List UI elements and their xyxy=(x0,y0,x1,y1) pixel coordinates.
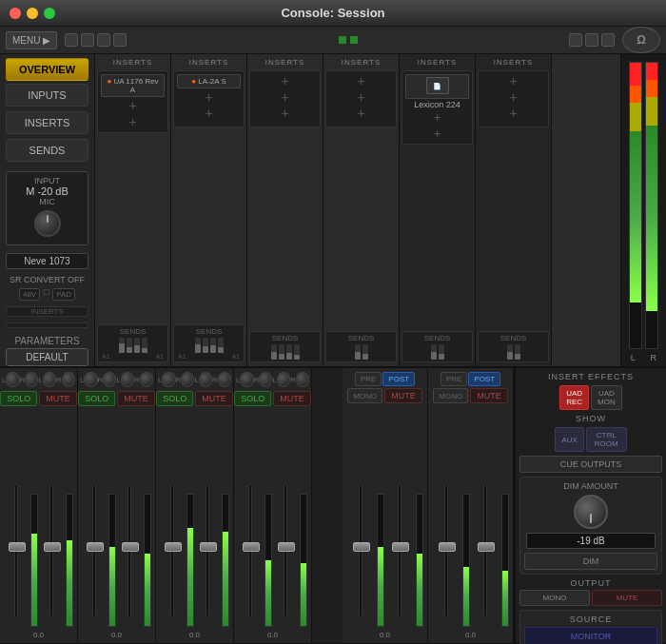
send-bar xyxy=(127,338,132,353)
pan-knob-4b[interactable] xyxy=(259,372,272,387)
pad-btn[interactable]: PAD xyxy=(52,288,75,301)
dim-value: -19 dB xyxy=(526,533,656,549)
level-meter-2b xyxy=(144,494,151,627)
fader-thumb-4b[interactable] xyxy=(278,542,295,552)
phantom-48v[interactable]: 48V xyxy=(19,288,40,301)
pan-knob-l2[interactable] xyxy=(43,372,56,387)
minimize-button[interactable] xyxy=(27,8,38,19)
aux-mute-btn-2[interactable]: MUTE xyxy=(470,388,508,403)
mute-btn-4[interactable]: MUTE xyxy=(273,391,311,406)
insert-plugin-2[interactable]: ● LA-2A S xyxy=(177,74,241,88)
sends-bars-2 xyxy=(176,338,242,353)
pan-knob-4d[interactable] xyxy=(296,372,309,387)
aux-fader-thumb-1a[interactable] xyxy=(353,542,370,552)
pan-knob-3c[interactable] xyxy=(199,372,212,387)
solo-btn-2[interactable]: SOLO xyxy=(78,391,115,406)
solo-btn-4[interactable]: SOLO xyxy=(234,391,271,406)
fader-thumb-2a[interactable] xyxy=(87,542,104,552)
fader-thumb-1b[interactable] xyxy=(44,542,61,552)
insert-plugin-1[interactable]: ● UA 1176 Rev A xyxy=(101,74,165,97)
uad-buttons: UADREC UADMON xyxy=(519,385,662,410)
insert-add-6[interactable]: + xyxy=(252,89,318,106)
toolbar-slot xyxy=(65,33,78,47)
post-btn-1[interactable]: POST xyxy=(382,372,415,386)
insert-add-10[interactable]: + xyxy=(328,106,394,122)
pan-knob-r2[interactable] xyxy=(62,372,75,387)
pan-knob-2d[interactable] xyxy=(140,372,153,387)
insert-add-5[interactable]: + xyxy=(252,73,318,89)
nav-inserts[interactable]: INSERTS xyxy=(6,111,88,134)
pan-knob-3a[interactable] xyxy=(162,372,175,387)
knob-row xyxy=(10,210,84,237)
pan-knob-l1[interactable] xyxy=(6,372,19,387)
aux-fader-thumb-1b[interactable] xyxy=(392,542,409,552)
insert-add-4[interactable]: + xyxy=(176,106,242,122)
pre-btn-1[interactable]: PRE xyxy=(355,372,382,386)
out-insert-add-4[interactable]: + xyxy=(480,89,546,106)
out-insert-add-2[interactable]: + xyxy=(404,126,470,142)
out-insert-add-5[interactable]: + xyxy=(480,106,546,122)
input-label: INPUT xyxy=(10,176,84,185)
uad-mon-btn[interactable]: UADMON xyxy=(591,385,622,410)
aux-fader-rail-1a xyxy=(359,484,362,617)
output-mute-btn[interactable]: MUTE xyxy=(592,590,662,606)
solo-btn-1[interactable]: SOLO xyxy=(0,391,37,406)
level-meter-1b xyxy=(66,494,73,627)
dim-btn[interactable]: DIM xyxy=(524,553,657,570)
out-insert-add-3[interactable]: + xyxy=(480,73,546,89)
pan-knob-4c[interactable] xyxy=(277,372,290,387)
output-mono-btn[interactable]: MONO xyxy=(519,590,590,606)
aux-fader-thumb-2a[interactable] xyxy=(439,542,456,552)
fader-thumb-1a[interactable] xyxy=(9,542,26,552)
mono-btn-1[interactable]: MONO xyxy=(347,388,382,403)
nav-inputs[interactable]: INPUTS xyxy=(6,84,88,107)
fader-thumb-2b[interactable] xyxy=(122,542,139,552)
insert-add-9[interactable]: + xyxy=(328,89,394,106)
send-bar xyxy=(195,338,201,353)
insert-add-7[interactable]: + xyxy=(252,106,318,122)
out-insert-add-1[interactable]: + xyxy=(404,109,470,126)
monitor-source-btn[interactable]: MONITOR xyxy=(524,627,657,644)
send-bar xyxy=(439,344,444,360)
cue-outputs-btn[interactable]: CUE OUTPUTS xyxy=(519,456,662,473)
mono-btn-2[interactable]: MONO xyxy=(433,388,468,403)
insert-add-8[interactable]: + xyxy=(328,73,394,89)
aux-show-btn[interactable]: AUX xyxy=(555,427,583,452)
pre-btn-2[interactable]: PRE xyxy=(441,372,467,386)
out-insert-plugin-1[interactable]: 📄 xyxy=(405,74,469,99)
close-button[interactable] xyxy=(10,8,21,19)
insert-add-3[interactable]: + xyxy=(176,89,242,106)
maximize-button[interactable] xyxy=(44,8,55,19)
pan-knob-2c[interactable] xyxy=(121,372,134,387)
input-gain-knob[interactable] xyxy=(34,210,61,237)
nav-sends[interactable]: SENDS xyxy=(6,139,88,162)
fader-thumb-3b[interactable] xyxy=(200,542,217,552)
pan-knob-2a[interactable] xyxy=(84,372,97,387)
pan-knob-3b[interactable] xyxy=(181,372,194,387)
aux-mute-btn-1[interactable]: MUTE xyxy=(384,388,422,403)
inserts-label-4: INSERTS xyxy=(325,58,397,67)
pan-knob-3d[interactable] xyxy=(218,372,231,387)
pan-knob-r1[interactable] xyxy=(25,372,38,387)
mute-btn-2[interactable]: MUTE xyxy=(117,391,155,406)
fader-thumb-3a[interactable] xyxy=(165,542,182,552)
dim-knob[interactable] xyxy=(574,495,608,529)
pan-knob-2b[interactable] xyxy=(103,372,116,387)
solo-btn-3[interactable]: SOLO xyxy=(156,391,193,406)
insert-add-2[interactable]: + xyxy=(100,114,166,130)
mute-btn-1[interactable]: MUTE xyxy=(39,391,77,406)
send-bar xyxy=(355,344,361,360)
nav-overview[interactable]: OVERVIEW xyxy=(6,58,88,81)
pan-knob-4a[interactable] xyxy=(240,372,253,387)
uad-rec-btn[interactable]: UADREC xyxy=(559,385,589,410)
ctrl-room-btn[interactable]: CTRLROOM xyxy=(586,427,627,452)
mute-btn-3[interactable]: MUTE xyxy=(195,391,233,406)
insert-add-1[interactable]: + xyxy=(100,98,166,114)
default-btn[interactable]: DEFAULT xyxy=(6,348,88,366)
fader-thumb-4a[interactable] xyxy=(243,542,260,552)
aux-fader-thumb-2b[interactable] xyxy=(478,542,495,552)
level-meter-4a xyxy=(264,494,272,627)
menu-button[interactable]: MENU ▶ xyxy=(6,31,57,49)
post-btn-2[interactable]: POST xyxy=(468,372,500,386)
output-channel-1: INSERTS 📄 Lexicon 224 + + SENDS xyxy=(400,54,476,366)
